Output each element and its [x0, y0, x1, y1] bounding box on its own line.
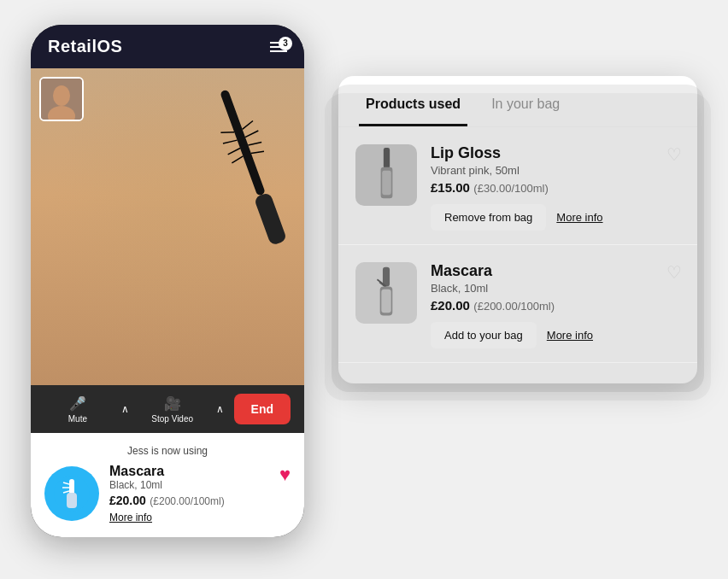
- svg-point-19: [53, 85, 70, 106]
- product-card-mascara: Mascara Black, 10ml £20.00 (£200.00/100m…: [338, 245, 697, 363]
- mascara-actions: Add to your bag More info: [431, 322, 680, 348]
- bottom-product-name: Mascara: [109, 464, 291, 479]
- mascara-circle-icon: [54, 476, 90, 512]
- mascara-name: Mascara: [431, 262, 680, 280]
- cart-badge: 3: [279, 37, 292, 50]
- svg-line-15: [244, 131, 259, 137]
- avatar-thumb: [39, 77, 84, 121]
- lipgloss-variant: Vibrant pink, 50ml: [431, 164, 680, 177]
- svg-rect-2: [382, 170, 391, 194]
- mic-icon: 🎤: [69, 395, 86, 412]
- phone-video-area: [31, 68, 304, 385]
- phone: RetailOS 3: [31, 25, 304, 537]
- bottom-more-info-link[interactable]: More info: [109, 512, 152, 523]
- svg-rect-22: [69, 479, 74, 494]
- mascara-price-per: (£200.00/100ml): [473, 300, 555, 313]
- product-thumb-lipgloss: [355, 144, 417, 206]
- mute-button[interactable]: 🎤 Mute: [44, 395, 111, 424]
- tab-products-used[interactable]: Products used: [359, 96, 467, 126]
- svg-rect-23: [67, 493, 77, 508]
- stop-video-label: Stop Video: [151, 414, 193, 424]
- product-card-lipgloss: Lip Gloss Vibrant pink, 50ml £15.00 (£30…: [338, 127, 697, 245]
- product-panel: Products used In your bag Lip Gloss Vibr…: [338, 76, 697, 383]
- mascara-variant: Black, 10ml: [431, 282, 680, 295]
- end-call-button[interactable]: End: [234, 394, 291, 424]
- lipgloss-heart-icon[interactable]: ♡: [666, 144, 682, 165]
- bottom-product-thumb: [44, 466, 99, 521]
- phone-logo: RetailOS: [48, 37, 122, 56]
- svg-line-11: [223, 138, 238, 145]
- product-thumb-mascara: [355, 262, 417, 324]
- svg-line-17: [251, 149, 264, 155]
- bottom-product-variant: Black, 10ml: [109, 479, 291, 491]
- svg-line-10: [220, 128, 234, 137]
- svg-line-16: [248, 141, 261, 147]
- mute-label: Mute: [68, 414, 87, 424]
- svg-line-12: [227, 149, 241, 155]
- svg-line-14: [241, 120, 255, 129]
- camera-icon: 🎥: [164, 395, 181, 412]
- product-info-lipgloss: Lip Gloss Vibrant pink, 50ml £15.00 (£30…: [431, 144, 680, 231]
- product-info-mascara: Mascara Black, 10ml £20.00 (£200.00/100m…: [431, 262, 680, 348]
- mascara-price: £20.00: [431, 298, 470, 313]
- tab-in-your-bag[interactable]: In your bag: [484, 96, 567, 126]
- phone-header: RetailOS 3: [31, 25, 304, 68]
- lipgloss-price: £15.00: [431, 180, 470, 195]
- phone-controls: 🎤 Mute ∧ 🎥 Stop Video ∧ End: [31, 385, 304, 433]
- svg-rect-0: [383, 148, 389, 168]
- bottom-product-price-per: (£200.00/100ml): [150, 495, 224, 507]
- bottom-product-info: Mascara Black, 10ml £20.00 (£200.00/100m…: [109, 464, 291, 523]
- bottom-product-price: £20.00: [109, 494, 146, 507]
- bottom-product-row: Mascara Black, 10ml £20.00 (£200.00/100m…: [44, 464, 291, 523]
- bottom-heart-icon[interactable]: ♥: [279, 464, 291, 486]
- stop-video-button[interactable]: 🎥 Stop Video: [139, 395, 206, 424]
- menu-icon[interactable]: 3: [270, 42, 287, 52]
- lipgloss-more-info-link[interactable]: More info: [556, 211, 602, 224]
- mascara-more-info-link[interactable]: More info: [547, 329, 593, 342]
- lipgloss-name: Lip Gloss: [431, 144, 680, 162]
- lipgloss-price-per: (£30.00/100ml): [473, 182, 548, 195]
- svg-rect-9: [254, 192, 287, 246]
- mascara-heart-icon[interactable]: ♡: [666, 262, 682, 283]
- svg-rect-7: [381, 289, 390, 313]
- phone-bottom-card: Jess is now using Mascara Black, 10: [31, 433, 304, 537]
- using-label: Jess is now using: [44, 445, 291, 457]
- lipgloss-actions: Remove from bag More info: [431, 204, 680, 231]
- svg-line-13: [231, 156, 244, 163]
- svg-rect-3: [383, 266, 390, 286]
- add-to-bag-button[interactable]: Add to your bag: [431, 322, 537, 348]
- panel-tabs: Products used In your bag: [338, 76, 697, 127]
- remove-from-bag-button[interactable]: Remove from bag: [431, 204, 546, 231]
